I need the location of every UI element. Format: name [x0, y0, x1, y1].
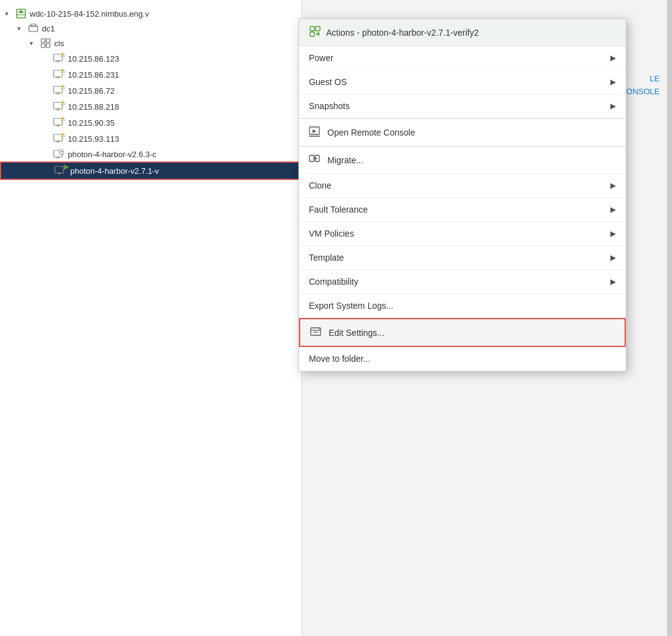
- tree-panel: ▾wdc-10-215-84-152.nimbus.eng.v▾dc1▾cls⚠…: [0, 0, 302, 636]
- menu-item-label: Fault Tolerance: [309, 205, 367, 214]
- menu-item-left: Template: [309, 253, 344, 263]
- menu-item-left: Snapshots: [309, 101, 350, 111]
- svg-rect-6: [46, 39, 50, 43]
- menu-item-label: Migrate...: [327, 155, 363, 165]
- tree-item-label: 10.215.86.72: [68, 86, 115, 96]
- svg-rect-7: [41, 44, 45, 47]
- svg-rect-42: [309, 155, 314, 161]
- menu-item-label: Edit Settings...: [329, 328, 384, 338]
- menu-item-left: Guest OS: [309, 77, 346, 87]
- tree-item-vm5[interactable]: ⚠10.215.90.35: [0, 115, 301, 131]
- menu-item-move-to-folder[interactable]: Move to folder...: [299, 347, 626, 371]
- menu-item-left: Fault Tolerance: [309, 205, 367, 214]
- tree-item-vm8[interactable]: ▶photon-4-harbor-v2.7.1-v: [0, 161, 301, 180]
- migrate-icon: [309, 153, 322, 166]
- svg-rect-32: [55, 166, 64, 173]
- tree-item-vm4[interactable]: ⚠10.215.88.218: [0, 99, 301, 115]
- submenu-chevron-icon: ▶: [610, 54, 616, 62]
- settings-icon: [310, 326, 324, 339]
- tree-item-vm3[interactable]: ⚠10.215.86.72: [0, 83, 301, 99]
- menu-item-open-remote-console[interactable]: Open Remote Console: [299, 118, 626, 146]
- menu-item-export-system-logs[interactable]: Export System Logs...: [299, 294, 626, 318]
- submenu-chevron-icon: ▶: [610, 229, 616, 238]
- svg-rect-37: [310, 32, 314, 36]
- expand-icon[interactable]: ▾: [5, 10, 14, 18]
- menu-item-migrate[interactable]: Migrate...: [299, 146, 626, 174]
- submenu-chevron-icon: ▶: [610, 205, 616, 214]
- menu-item-left: Clone: [309, 181, 332, 190]
- svg-rect-35: [310, 26, 314, 31]
- menu-item-clone[interactable]: Clone▶: [299, 174, 626, 198]
- menu-item-label: Power: [309, 53, 334, 63]
- expand-icon[interactable]: ▾: [30, 39, 38, 47]
- menu-item-label: Snapshots: [309, 101, 350, 111]
- tree-item-vm1[interactable]: ⚠10.215.86.123: [0, 51, 301, 67]
- svg-rect-4: [31, 24, 36, 26]
- menu-item-label: Clone: [309, 181, 332, 190]
- tree-item-host[interactable]: ▾wdc-10-215-84-152.nimbus.eng.v: [0, 6, 301, 21]
- tree-item-label: photon-4-harbor-v2.6.3-c: [68, 150, 157, 159]
- submenu-chevron-icon: ▶: [610, 181, 616, 190]
- menu-item-label: VM Policies: [309, 229, 354, 238]
- tree-item-label: 10.215.86.123: [68, 54, 119, 63]
- menu-item-label: Export System Logs...: [309, 301, 393, 311]
- menu-item-left: Edit Settings...: [310, 326, 384, 339]
- tree-item-label: dc1: [42, 24, 55, 33]
- submenu-chevron-icon: ▶: [610, 253, 616, 262]
- menu-item-label: Open Remote Console: [327, 128, 415, 137]
- menu-item-snapshots[interactable]: Snapshots▶: [299, 94, 626, 118]
- menu-item-edit-settings[interactable]: Edit Settings...: [299, 318, 626, 347]
- menu-item-label: Compatibility: [309, 277, 358, 287]
- submenu-chevron-icon: ▶: [610, 78, 616, 86]
- menu-item-left: Move to folder...: [309, 354, 371, 364]
- menu-item-label: Move to folder...: [309, 354, 371, 364]
- svg-marker-40: [313, 129, 316, 133]
- menu-item-template[interactable]: Template▶: [299, 246, 626, 270]
- menu-item-left: Power: [309, 53, 334, 63]
- le-button[interactable]: LE: [650, 74, 660, 83]
- tree-item-vm6[interactable]: ⚠10.215.93.113: [0, 131, 301, 147]
- context-menu-title: Actions - photon-4-harbor-v2.7.1-verify2: [326, 28, 478, 38]
- expand-icon[interactable]: ▾: [17, 25, 26, 33]
- menu-item-guest-os[interactable]: Guest OS▶: [299, 70, 626, 94]
- menu-item-label: Template: [309, 253, 344, 263]
- tree-item-vm2[interactable]: ⚠10.215.86.231: [0, 67, 301, 83]
- tree-item-vm7[interactable]: photon-4-harbor-v2.6.3-c: [0, 147, 301, 161]
- svg-marker-45: [316, 157, 318, 160]
- tree-item-label: 10.215.90.35: [68, 118, 115, 128]
- menu-item-left: Export System Logs...: [309, 301, 393, 311]
- submenu-chevron-icon: ▶: [610, 102, 616, 110]
- svg-rect-36: [316, 26, 320, 31]
- menu-item-vm-policies[interactable]: VM Policies▶: [299, 222, 626, 246]
- menu-item-power[interactable]: Power▶: [299, 46, 626, 70]
- svg-rect-8: [46, 44, 50, 47]
- actions-icon: [309, 25, 321, 39]
- tree-item-dc1[interactable]: ▾dc1: [0, 21, 301, 36]
- svg-marker-38: [316, 32, 319, 36]
- tree-item-label: cls: [54, 39, 64, 48]
- tree-item-cls[interactable]: ▾cls: [0, 36, 301, 51]
- tree-item-label: 10.215.86.231: [68, 70, 119, 80]
- context-menu-header: Actions - photon-4-harbor-v2.7.1-verify2: [299, 19, 626, 46]
- menu-item-fault-tolerance[interactable]: Fault Tolerance▶: [299, 198, 626, 222]
- context-menu: Actions - photon-4-harbor-v2.7.1-verify2…: [298, 18, 626, 372]
- svg-rect-5: [41, 39, 45, 43]
- svg-marker-2: [18, 10, 24, 13]
- menu-item-compatibility[interactable]: Compatibility▶: [299, 270, 626, 294]
- menu-item-left: Open Remote Console: [309, 126, 415, 139]
- tree-item-label: wdc-10-215-84-152.nimbus.eng.v: [30, 9, 149, 18]
- tree-item-label: 10.215.93.113: [68, 134, 119, 144]
- menu-item-left: Compatibility: [309, 277, 358, 287]
- submenu-chevron-icon: ▶: [610, 277, 616, 286]
- menu-item-left: Migrate...: [309, 153, 363, 166]
- tree-item-label: 10.215.88.218: [68, 102, 119, 112]
- tree-item-label: photon-4-harbor-v2.7.1-v: [70, 166, 159, 176]
- menu-item-label: Guest OS: [309, 77, 346, 87]
- menu-item-left: VM Policies: [309, 229, 354, 238]
- console-icon: [309, 126, 322, 139]
